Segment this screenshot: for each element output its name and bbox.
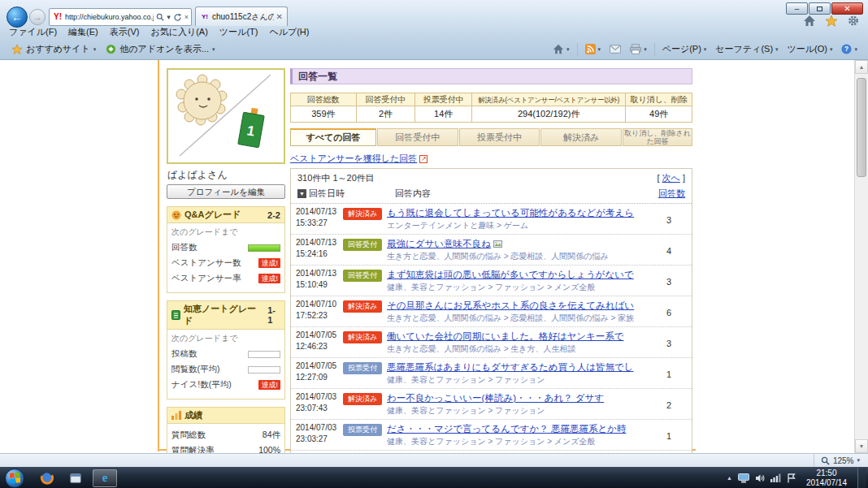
question-title-link[interactable]: 悪羅悪羅系はあまりにもダサすぎるため買う人は皆無でし xyxy=(387,362,634,372)
address-bar[interactable]: Y! ▾ × xyxy=(49,8,192,26)
tray-volume-icon[interactable] xyxy=(755,473,765,483)
column-count-link[interactable]: 回答数 xyxy=(658,188,685,200)
category-breadcrumb[interactable]: 生き方と恋愛、人間関係の悩み > 恋愛相談、人間関係の悩み xyxy=(387,251,651,262)
achieved-badge: 達成! xyxy=(258,274,280,284)
settings-gear-icon[interactable] xyxy=(847,15,860,27)
feeds-command[interactable]: ▾ xyxy=(581,41,605,57)
menu-item[interactable]: 編集(E) xyxy=(63,26,104,38)
scrollbar-thumb[interactable] xyxy=(857,78,866,177)
safety-command[interactable]: セーフティ(S) ▾ xyxy=(711,41,782,58)
menu-item[interactable]: ツール(T) xyxy=(214,26,264,38)
browser-tab[interactable]: Y! chuo115c2さんの... ✕ xyxy=(195,6,288,26)
category-breadcrumb[interactable]: エンターテインメントと趣味 > ゲーム xyxy=(387,220,651,231)
print-command[interactable]: ▾ xyxy=(626,41,651,57)
menu-item[interactable]: お気に入り(A) xyxy=(145,26,213,38)
answer-tab[interactable]: すべての回答 xyxy=(290,128,376,146)
more-addons-label: 他のアドオンを表示... xyxy=(119,43,209,55)
page-command[interactable]: ページ(P) ▾ xyxy=(658,41,711,58)
maximize-icon xyxy=(817,6,822,11)
next-page-link[interactable]: 次へ xyxy=(662,173,680,183)
tab-close-icon[interactable]: ✕ xyxy=(276,12,283,21)
question-title-link[interactable]: わー不良かっこいいー(棒読み)・・・あれ？ ダサす xyxy=(387,393,604,403)
scroll-down-button[interactable]: ▼ xyxy=(855,439,868,453)
category-breadcrumb[interactable]: 生き方と恋愛、人間関係の悩み > 生き方、人生相談 xyxy=(387,343,651,355)
search-icon[interactable] xyxy=(156,13,164,21)
more-addons-item[interactable]: 他のアドオンを表示... ▾ xyxy=(101,41,219,58)
read-mail-command[interactable] xyxy=(605,42,625,56)
refresh-icon[interactable] xyxy=(173,13,182,22)
answer-datetime: 2014/07/10 17:52:23 xyxy=(296,299,343,326)
question-title-link[interactable]: 働いていた会社の同期にいました。格好はヤンキー系で xyxy=(387,331,624,341)
answer-count: 2 xyxy=(651,400,687,410)
favorites-star-icon[interactable] xyxy=(825,15,838,27)
status-badge: 投票受付 xyxy=(343,362,382,374)
address-dropdown-icon[interactable]: ▾ xyxy=(167,14,171,21)
answer-count: 1 xyxy=(651,369,687,379)
taskbar-app-internet-explorer[interactable]: e xyxy=(93,469,117,487)
show-desktop-button[interactable] xyxy=(857,468,866,488)
best-answer-link[interactable]: ベストアンサーを獲得した回答 xyxy=(290,153,417,165)
answer-datetime: 2014/07/03 23:03:27 xyxy=(296,422,343,450)
tab-favicon: Y! xyxy=(200,12,210,22)
start-button[interactable] xyxy=(5,469,24,488)
mail-icon xyxy=(610,45,621,54)
answer-datetime: 2014/07/05 12:27:09 xyxy=(296,361,343,388)
question-title-link[interactable]: その旦那さんにお兄系やホスト系の良さを伝えてみればい xyxy=(387,300,634,310)
chevron-down-icon: ▾ xyxy=(830,46,833,53)
chevron-down-icon: ▾ xyxy=(644,46,647,53)
status-badge: 解決済み xyxy=(343,331,382,343)
maximize-button[interactable] xyxy=(809,2,831,15)
tray-monitor-icon[interactable] xyxy=(738,473,749,483)
answer-tab[interactable]: 回答受付中 xyxy=(377,128,458,146)
chevron-down-icon: ▾ xyxy=(598,46,601,53)
separator xyxy=(577,43,578,56)
menu-item[interactable]: ヘルプ(H) xyxy=(263,26,315,38)
stat-column: 解決済み(ベストアンサー/ベストアンサー以外) 294(102/192)件 xyxy=(471,93,625,122)
clock-date: 2014/07/14 xyxy=(806,478,847,488)
category-breadcrumb[interactable]: 健康、美容とファッション > ファッション > メンズ全般 xyxy=(387,436,651,447)
zoom-control[interactable]: 125% ▾ xyxy=(814,454,868,467)
hidden-icons-arrow[interactable]: ▲ xyxy=(727,475,732,481)
question-title-link[interactable]: もう既に退会してしまっている可能性があるなどが考えら xyxy=(387,208,634,218)
question-title-link[interactable]: ださ・・・マジで言ってるんですか？ 悪羅悪羅系とか時 xyxy=(387,424,626,434)
profile-sidebar: 1 ぱよぱよさん プロフィールを編集 Q&Aグレード 2-2 次のグレードまで xyxy=(167,68,285,453)
home-icon[interactable] xyxy=(803,15,816,27)
menu-item[interactable]: 表示(V) xyxy=(104,26,145,38)
answer-tab[interactable]: 取り消し、削除された回答 xyxy=(623,128,692,146)
status-badge: 解決済み xyxy=(343,300,382,313)
windows-taskbar: e ▲ 21:50 2014/07/14 xyxy=(0,467,868,488)
category-breadcrumb[interactable]: 健康、美容とファッション > ファッション > メンズ全般 xyxy=(387,282,651,293)
taskbar-clock[interactable]: 21:50 2014/07/14 xyxy=(801,469,852,488)
category-breadcrumb[interactable]: 生き方と恋愛、人間関係の悩み > 恋愛相談、人間関係の悩み > 家族 xyxy=(387,313,651,324)
category-breadcrumb[interactable]: 健康、美容とファッション > ファッション xyxy=(387,405,651,417)
answer-tab[interactable]: 解決済み xyxy=(540,128,622,146)
sort-icon[interactable]: ▼ xyxy=(297,189,306,198)
answer-tab-label: 解決済み xyxy=(563,132,599,144)
back-button[interactable]: ← xyxy=(7,6,28,28)
chevron-down-icon: ▾ xyxy=(857,457,860,464)
taskbar-app-window[interactable] xyxy=(63,469,88,487)
home-command[interactable]: ▾ xyxy=(549,41,574,57)
answer-tab[interactable]: 投票受付中 xyxy=(459,128,540,146)
taskbar-app-firefox[interactable] xyxy=(34,469,59,487)
question-title-link[interactable]: まず知恵袋は頭の悪い低脳が多いですからしょうがないで xyxy=(387,270,634,279)
close-button[interactable]: ✕ xyxy=(831,2,863,15)
url-input[interactable] xyxy=(65,13,154,21)
answer-row: 2014/07/10 17:52:23 解決済み その旦那さんにお兄系やホスト系… xyxy=(291,296,692,327)
edit-profile-button[interactable]: プロフィールを編集 xyxy=(167,184,285,199)
minimize-button[interactable]: – xyxy=(786,2,808,15)
category-breadcrumb[interactable]: 健康、美容とファッション > ファッション xyxy=(387,374,651,386)
question-title-link[interactable]: 最強にダサい意味不良ね xyxy=(387,239,491,248)
scroll-up-button[interactable]: ▲ xyxy=(855,60,868,74)
menu-item[interactable]: ファイル(F) xyxy=(3,26,63,38)
help-command[interactable]: ? ▾ xyxy=(837,41,861,57)
vertical-scrollbar[interactable]: ▲ ▼ xyxy=(854,60,868,453)
stop-icon[interactable]: × xyxy=(184,14,189,21)
tray-action-center-flag-icon[interactable] xyxy=(787,473,796,483)
tools-command[interactable]: ツール(O) ▾ xyxy=(783,41,837,58)
tray-network-icon[interactable] xyxy=(770,473,781,482)
suggested-sites-item[interactable]: おすすめサイト ▾ xyxy=(7,41,101,58)
avatar: 1 xyxy=(167,68,285,164)
forward-button[interactable]: → xyxy=(29,9,46,25)
column-date-label[interactable]: 回答日時 xyxy=(309,188,345,200)
